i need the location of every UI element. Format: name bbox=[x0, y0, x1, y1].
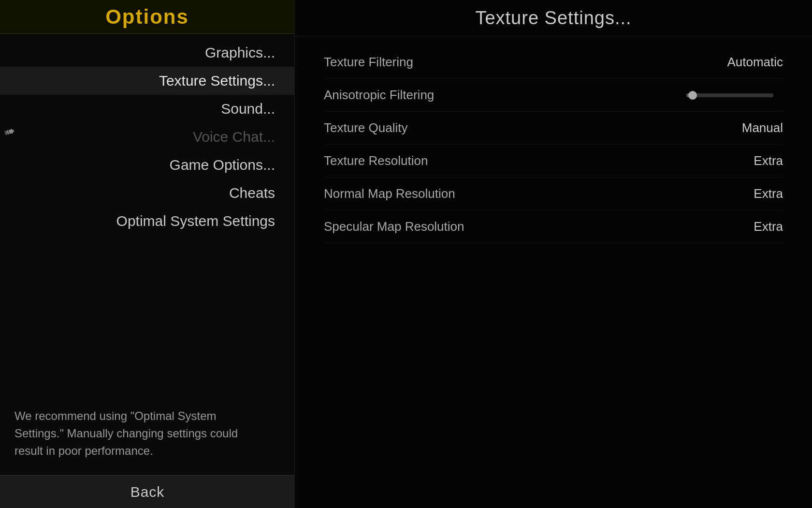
left-panel: Options Graphics... Texture Settings... … bbox=[0, 0, 295, 508]
sidebar-item-label-optimal-system: Optimal System Settings bbox=[116, 213, 275, 229]
back-button[interactable]: Back bbox=[0, 475, 295, 508]
sidebar-item-graphics[interactable]: Graphics... bbox=[0, 39, 294, 67]
slider-track bbox=[686, 93, 773, 97]
texture-quality-label: Texture Quality bbox=[324, 120, 407, 135]
sidebar-item-label-graphics: Graphics... bbox=[205, 45, 275, 61]
anisotropic-filtering-label: Anisotropic Filtering bbox=[324, 88, 434, 103]
setting-row-texture-filtering[interactable]: Texture Filtering Automatic bbox=[324, 46, 783, 79]
normal-map-resolution-value: Extra bbox=[754, 186, 783, 201]
setting-row-anisotropic-filtering[interactable]: Anisotropic Filtering bbox=[324, 79, 783, 112]
sidebar-item-label-texture-settings: Texture Settings... bbox=[159, 73, 275, 89]
slider-thumb bbox=[688, 91, 697, 100]
anisotropic-filtering-slider[interactable] bbox=[686, 93, 783, 97]
sidebar-item-sound[interactable]: Sound... bbox=[0, 95, 294, 123]
setting-row-normal-map-resolution[interactable]: Normal Map Resolution Extra bbox=[324, 178, 783, 210]
texture-quality-value: Manual bbox=[742, 120, 783, 135]
sidebar-item-voice-chat[interactable]: Voice Chat... bbox=[0, 123, 294, 151]
texture-resolution-label: Texture Resolution bbox=[324, 153, 428, 168]
setting-row-texture-quality[interactable]: Texture Quality Manual bbox=[324, 112, 783, 145]
texture-filtering-value: Automatic bbox=[727, 55, 783, 70]
section-title: Texture Settings... bbox=[295, 0, 812, 36]
specular-map-resolution-label: Specular Map Resolution bbox=[324, 219, 464, 234]
texture-resolution-value: Extra bbox=[754, 153, 783, 168]
sidebar-item-optimal-system[interactable]: Optimal System Settings bbox=[0, 207, 294, 235]
sidebar-item-label-game-options: Game Options... bbox=[170, 157, 275, 173]
setting-row-specular-map-resolution[interactable]: Specular Map Resolution Extra bbox=[324, 210, 783, 243]
sidebar-item-game-options[interactable]: Game Options... bbox=[0, 151, 294, 179]
nav-menu: Graphics... Texture Settings... Sound...… bbox=[0, 34, 294, 235]
normal-map-resolution-label: Normal Map Resolution bbox=[324, 186, 455, 201]
settings-list: Texture Filtering Automatic Anisotropic … bbox=[295, 36, 812, 253]
sidebar-item-texture-settings[interactable]: Texture Settings... bbox=[0, 67, 294, 95]
sidebar-item-label-voice-chat: Voice Chat... bbox=[193, 129, 275, 145]
recommendation-text: We recommend using "Optimal System Setti… bbox=[14, 407, 251, 460]
options-title-text: Options bbox=[105, 5, 189, 29]
options-title: Options bbox=[0, 0, 294, 34]
texture-filtering-label: Texture Filtering bbox=[324, 55, 413, 70]
section-title-text: Texture Settings... bbox=[475, 8, 631, 29]
sidebar-item-label-sound: Sound... bbox=[221, 101, 275, 117]
back-button-label: Back bbox=[130, 484, 165, 500]
sidebar-item-label-cheats: Cheats bbox=[229, 185, 275, 201]
right-panel: Texture Settings... Texture Filtering Au… bbox=[295, 0, 812, 508]
setting-row-texture-resolution[interactable]: Texture Resolution Extra bbox=[324, 145, 783, 178]
sidebar-item-cheats[interactable]: Cheats bbox=[0, 179, 294, 207]
specular-map-resolution-value: Extra bbox=[754, 219, 783, 234]
